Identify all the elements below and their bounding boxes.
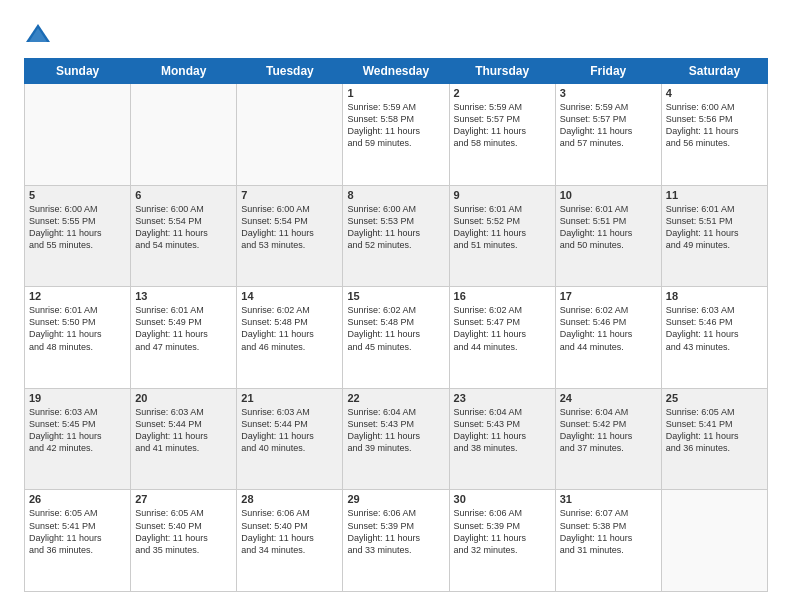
cell-info: Sunrise: 6:06 AM Sunset: 5:39 PM Dayligh…: [347, 507, 444, 556]
day-number: 15: [347, 290, 444, 302]
calendar-cell: 2Sunrise: 5:59 AM Sunset: 5:57 PM Daylig…: [449, 84, 555, 186]
cell-info: Sunrise: 6:05 AM Sunset: 5:40 PM Dayligh…: [135, 507, 232, 556]
day-number: 13: [135, 290, 232, 302]
day-number: 20: [135, 392, 232, 404]
calendar-cell: 14Sunrise: 6:02 AM Sunset: 5:48 PM Dayli…: [237, 287, 343, 389]
calendar-cell: 27Sunrise: 6:05 AM Sunset: 5:40 PM Dayli…: [131, 490, 237, 592]
calendar-cell: 15Sunrise: 6:02 AM Sunset: 5:48 PM Dayli…: [343, 287, 449, 389]
calendar-cell: 3Sunrise: 5:59 AM Sunset: 5:57 PM Daylig…: [555, 84, 661, 186]
cell-info: Sunrise: 6:02 AM Sunset: 5:47 PM Dayligh…: [454, 304, 551, 353]
weekday-header-saturday: Saturday: [661, 59, 767, 84]
day-number: 16: [454, 290, 551, 302]
calendar-cell: 20Sunrise: 6:03 AM Sunset: 5:44 PM Dayli…: [131, 388, 237, 490]
cell-info: Sunrise: 5:59 AM Sunset: 5:57 PM Dayligh…: [454, 101, 551, 150]
calendar-cell: 13Sunrise: 6:01 AM Sunset: 5:49 PM Dayli…: [131, 287, 237, 389]
cell-info: Sunrise: 6:01 AM Sunset: 5:51 PM Dayligh…: [560, 203, 657, 252]
cell-info: Sunrise: 5:59 AM Sunset: 5:58 PM Dayligh…: [347, 101, 444, 150]
cell-info: Sunrise: 6:06 AM Sunset: 5:40 PM Dayligh…: [241, 507, 338, 556]
cell-info: Sunrise: 6:00 AM Sunset: 5:53 PM Dayligh…: [347, 203, 444, 252]
day-number: 9: [454, 189, 551, 201]
cell-info: Sunrise: 6:00 AM Sunset: 5:55 PM Dayligh…: [29, 203, 126, 252]
cell-info: Sunrise: 5:59 AM Sunset: 5:57 PM Dayligh…: [560, 101, 657, 150]
day-number: 10: [560, 189, 657, 201]
cell-info: Sunrise: 6:03 AM Sunset: 5:44 PM Dayligh…: [135, 406, 232, 455]
calendar-cell: 7Sunrise: 6:00 AM Sunset: 5:54 PM Daylig…: [237, 185, 343, 287]
day-number: 8: [347, 189, 444, 201]
calendar-cell: 19Sunrise: 6:03 AM Sunset: 5:45 PM Dayli…: [25, 388, 131, 490]
calendar-cell: 11Sunrise: 6:01 AM Sunset: 5:51 PM Dayli…: [661, 185, 767, 287]
cell-info: Sunrise: 6:02 AM Sunset: 5:46 PM Dayligh…: [560, 304, 657, 353]
day-number: 7: [241, 189, 338, 201]
day-number: 18: [666, 290, 763, 302]
cell-info: Sunrise: 6:01 AM Sunset: 5:52 PM Dayligh…: [454, 203, 551, 252]
cell-info: Sunrise: 6:03 AM Sunset: 5:46 PM Dayligh…: [666, 304, 763, 353]
calendar-cell: 30Sunrise: 6:06 AM Sunset: 5:39 PM Dayli…: [449, 490, 555, 592]
cell-info: Sunrise: 6:05 AM Sunset: 5:41 PM Dayligh…: [666, 406, 763, 455]
cell-info: Sunrise: 6:01 AM Sunset: 5:50 PM Dayligh…: [29, 304, 126, 353]
calendar-cell: 23Sunrise: 6:04 AM Sunset: 5:43 PM Dayli…: [449, 388, 555, 490]
calendar-cell: 12Sunrise: 6:01 AM Sunset: 5:50 PM Dayli…: [25, 287, 131, 389]
calendar-cell: 28Sunrise: 6:06 AM Sunset: 5:40 PM Dayli…: [237, 490, 343, 592]
logo: [24, 20, 56, 48]
calendar-week-row: 1Sunrise: 5:59 AM Sunset: 5:58 PM Daylig…: [25, 84, 768, 186]
day-number: 12: [29, 290, 126, 302]
cell-info: Sunrise: 6:00 AM Sunset: 5:54 PM Dayligh…: [241, 203, 338, 252]
calendar-cell: 9Sunrise: 6:01 AM Sunset: 5:52 PM Daylig…: [449, 185, 555, 287]
calendar-cell: 29Sunrise: 6:06 AM Sunset: 5:39 PM Dayli…: [343, 490, 449, 592]
header: [24, 20, 768, 48]
calendar-week-row: 12Sunrise: 6:01 AM Sunset: 5:50 PM Dayli…: [25, 287, 768, 389]
calendar-cell: [237, 84, 343, 186]
cell-info: Sunrise: 6:03 AM Sunset: 5:44 PM Dayligh…: [241, 406, 338, 455]
day-number: 3: [560, 87, 657, 99]
calendar-cell: 5Sunrise: 6:00 AM Sunset: 5:55 PM Daylig…: [25, 185, 131, 287]
weekday-header-thursday: Thursday: [449, 59, 555, 84]
day-number: 6: [135, 189, 232, 201]
day-number: 30: [454, 493, 551, 505]
day-number: 1: [347, 87, 444, 99]
day-number: 23: [454, 392, 551, 404]
cell-info: Sunrise: 6:04 AM Sunset: 5:43 PM Dayligh…: [347, 406, 444, 455]
cell-info: Sunrise: 6:02 AM Sunset: 5:48 PM Dayligh…: [347, 304, 444, 353]
weekday-header-tuesday: Tuesday: [237, 59, 343, 84]
cell-info: Sunrise: 6:03 AM Sunset: 5:45 PM Dayligh…: [29, 406, 126, 455]
day-number: 28: [241, 493, 338, 505]
calendar-cell: 22Sunrise: 6:04 AM Sunset: 5:43 PM Dayli…: [343, 388, 449, 490]
calendar-cell: [25, 84, 131, 186]
calendar-cell: 21Sunrise: 6:03 AM Sunset: 5:44 PM Dayli…: [237, 388, 343, 490]
weekday-header-friday: Friday: [555, 59, 661, 84]
cell-info: Sunrise: 6:06 AM Sunset: 5:39 PM Dayligh…: [454, 507, 551, 556]
calendar-cell: 17Sunrise: 6:02 AM Sunset: 5:46 PM Dayli…: [555, 287, 661, 389]
day-number: 21: [241, 392, 338, 404]
cell-info: Sunrise: 6:05 AM Sunset: 5:41 PM Dayligh…: [29, 507, 126, 556]
day-number: 19: [29, 392, 126, 404]
calendar-cell: 1Sunrise: 5:59 AM Sunset: 5:58 PM Daylig…: [343, 84, 449, 186]
cell-info: Sunrise: 6:04 AM Sunset: 5:43 PM Dayligh…: [454, 406, 551, 455]
page: SundayMondayTuesdayWednesdayThursdayFrid…: [0, 0, 792, 612]
calendar-cell: 10Sunrise: 6:01 AM Sunset: 5:51 PM Dayli…: [555, 185, 661, 287]
calendar-week-row: 19Sunrise: 6:03 AM Sunset: 5:45 PM Dayli…: [25, 388, 768, 490]
calendar-cell: [661, 490, 767, 592]
day-number: 11: [666, 189, 763, 201]
calendar-cell: 18Sunrise: 6:03 AM Sunset: 5:46 PM Dayli…: [661, 287, 767, 389]
calendar-table: SundayMondayTuesdayWednesdayThursdayFrid…: [24, 58, 768, 592]
day-number: 14: [241, 290, 338, 302]
calendar-week-row: 26Sunrise: 6:05 AM Sunset: 5:41 PM Dayli…: [25, 490, 768, 592]
calendar-cell: 16Sunrise: 6:02 AM Sunset: 5:47 PM Dayli…: [449, 287, 555, 389]
day-number: 25: [666, 392, 763, 404]
calendar-cell: 26Sunrise: 6:05 AM Sunset: 5:41 PM Dayli…: [25, 490, 131, 592]
cell-info: Sunrise: 6:00 AM Sunset: 5:54 PM Dayligh…: [135, 203, 232, 252]
day-number: 24: [560, 392, 657, 404]
calendar-cell: 24Sunrise: 6:04 AM Sunset: 5:42 PM Dayli…: [555, 388, 661, 490]
day-number: 29: [347, 493, 444, 505]
day-number: 2: [454, 87, 551, 99]
calendar-cell: 6Sunrise: 6:00 AM Sunset: 5:54 PM Daylig…: [131, 185, 237, 287]
calendar-cell: [131, 84, 237, 186]
day-number: 27: [135, 493, 232, 505]
cell-info: Sunrise: 6:01 AM Sunset: 5:51 PM Dayligh…: [666, 203, 763, 252]
calendar-cell: 25Sunrise: 6:05 AM Sunset: 5:41 PM Dayli…: [661, 388, 767, 490]
calendar-week-row: 5Sunrise: 6:00 AM Sunset: 5:55 PM Daylig…: [25, 185, 768, 287]
weekday-header-wednesday: Wednesday: [343, 59, 449, 84]
day-number: 22: [347, 392, 444, 404]
day-number: 26: [29, 493, 126, 505]
calendar-cell: 4Sunrise: 6:00 AM Sunset: 5:56 PM Daylig…: [661, 84, 767, 186]
